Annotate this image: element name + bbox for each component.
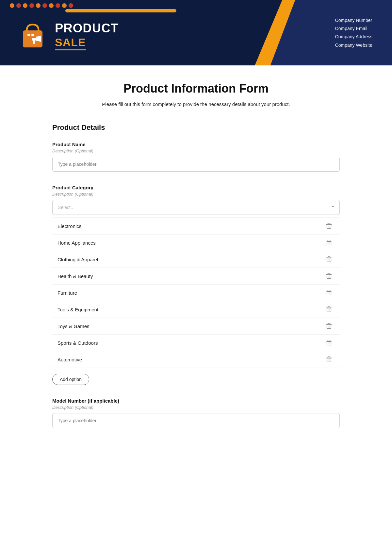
model-number-description: Description (Optional) — [52, 405, 340, 410]
svg-rect-3 — [32, 38, 36, 41]
main-content: Product Information Form Please fill out… — [39, 65, 353, 461]
section-title: Product Details — [52, 123, 340, 132]
option-label: Tools & Equipment — [57, 307, 98, 312]
option-item: Sports & Outdoors — [52, 335, 340, 351]
model-number-input[interactable] — [52, 413, 340, 428]
category-select-wrapper: Select.. — [52, 200, 340, 215]
add-option-button[interactable]: Add option — [52, 374, 89, 385]
option-label: Furniture — [57, 290, 77, 296]
add-option-label: Add option — [60, 377, 82, 382]
logo-icon — [20, 21, 49, 51]
model-number-field: Model Number (if applicable) Description… — [52, 398, 340, 428]
header-dots — [10, 3, 73, 8]
company-website: Company Website — [335, 41, 372, 49]
option-label: Automotive — [57, 357, 82, 362]
svg-rect-5 — [33, 41, 35, 44]
model-number-label: Model Number (if applicable) — [52, 398, 340, 404]
category-select-placeholder: Select.. — [58, 205, 73, 210]
delete-option-button[interactable] — [323, 272, 335, 280]
svg-point-1 — [27, 34, 30, 36]
option-item: Electronics — [52, 217, 340, 235]
category-option-list: Electronics Home Appliances Clothing & A… — [52, 217, 340, 368]
category-select[interactable]: Select.. — [52, 200, 340, 215]
logo-text: PRODUCT SALE — [55, 22, 119, 50]
product-name-field: Product Name Description (Optional) — [52, 142, 340, 172]
svg-point-2 — [31, 34, 34, 36]
option-item: Health & Beauty — [52, 268, 340, 285]
option-item: Furniture — [52, 285, 340, 301]
delete-option-button[interactable] — [323, 339, 335, 347]
product-name-label: Product Name — [52, 142, 340, 147]
delete-option-button[interactable] — [323, 255, 335, 264]
product-category-field: Product Category Description (Optional) … — [52, 185, 340, 385]
delete-option-button[interactable] — [323, 288, 335, 297]
product-name-description: Description (Optional) — [52, 148, 340, 153]
company-info: Company Number Company Email Company Add… — [335, 16, 372, 49]
company-email: Company Email — [335, 25, 372, 33]
delete-option-button[interactable] — [323, 305, 335, 314]
page-title: Product Information Form — [52, 82, 340, 96]
product-category-label: Product Category — [52, 185, 340, 190]
page-header: PRODUCT SALE Company Number Company Emai… — [0, 0, 392, 65]
delete-option-button[interactable] — [323, 222, 335, 230]
company-address: Company Address — [335, 33, 372, 41]
page-description: Please fill out this form completely to … — [52, 101, 340, 107]
delete-option-button[interactable] — [323, 322, 335, 330]
logo-area: PRODUCT SALE — [20, 21, 119, 51]
delete-option-button[interactable] — [323, 238, 335, 247]
option-item: Tools & Equipment — [52, 301, 340, 318]
option-label: Home Appliances — [57, 240, 96, 246]
option-item: Automotive — [52, 351, 340, 368]
header-bar — [65, 9, 176, 12]
option-item: Clothing & Apparel — [52, 251, 340, 268]
product-category-description: Description (Optional) — [52, 192, 340, 197]
option-item: Toys & Games — [52, 318, 340, 335]
option-label: Sports & Outdoors — [57, 340, 98, 346]
company-number: Company Number — [335, 16, 372, 25]
product-name-input[interactable] — [52, 157, 340, 172]
option-label: Electronics — [57, 223, 81, 229]
option-item: Home Appliances — [52, 235, 340, 251]
option-label: Clothing & Apparel — [57, 257, 98, 262]
option-label: Health & Beauty — [57, 273, 93, 279]
option-label: Toys & Games — [57, 323, 90, 329]
delete-option-button[interactable] — [323, 355, 335, 364]
